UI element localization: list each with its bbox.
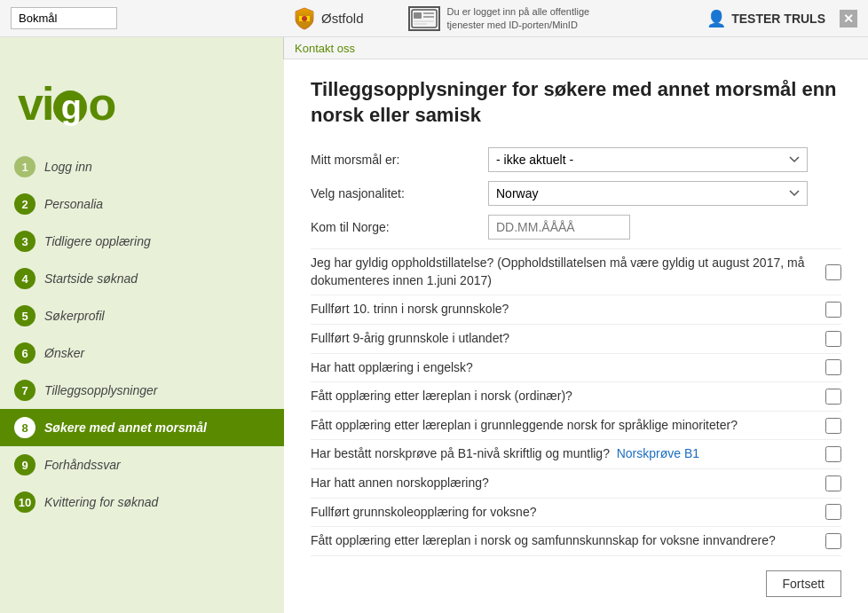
sidebar-item-kvittering[interactable]: 10 Kvittering for søknad: [0, 483, 284, 521]
nasjonalitet-select[interactable]: Norway: [488, 181, 808, 206]
checkbox-section: Jeg har gyldig oppholdstillatelse? (Opph…: [311, 248, 841, 556]
content-area: Tilleggsopplysninger for søkere med anne…: [284, 59, 868, 613]
language-select[interactable]: Bokmål Nynorsk English: [11, 7, 117, 29]
sidebar-item-startside-soknad[interactable]: 4 Startside søknad: [0, 260, 284, 297]
id-icon: [408, 6, 440, 31]
sidebar-item-personalia[interactable]: 2 Personalia: [0, 185, 284, 223]
sidebar: vigo 1 Logg inn 2 Personalia 3 Tidligere…: [0, 59, 284, 613]
morsmaal-label: Mitt morsmål er:: [311, 153, 488, 167]
morsmaal-select[interactable]: - ikke aktuelt -: [488, 147, 808, 172]
checkbox-norskprove[interactable]: [825, 446, 841, 462]
checkbox-oppholdstillatelse[interactable]: [825, 264, 841, 280]
svg-point-0: [302, 16, 307, 21]
sidebar-item-onsker[interactable]: 6 Ønsker: [0, 334, 284, 372]
kom-til-norge-label: Kom til Norge:: [311, 220, 488, 234]
contact-link[interactable]: Kontakt oss: [295, 42, 355, 55]
checkbox-text-engelsk: Har hatt opplæring i engelsk?: [311, 359, 818, 377]
checkbox-text-fullfort-9: Fullført 9-årig grunnskole i utlandet?: [311, 330, 818, 348]
region-name: Østfold: [321, 11, 364, 26]
login-info: Du er logget inn på alle offentlige tjen…: [408, 5, 604, 31]
checkbox-fullfort-10[interactable]: [825, 302, 841, 318]
checkbox-fullfort-9[interactable]: [825, 331, 841, 347]
region-section: Østfold: [295, 7, 364, 30]
morsmaal-row: Mitt morsmål er: - ikke aktuelt -: [311, 147, 841, 172]
continue-button[interactable]: Fortsett: [766, 570, 841, 597]
checkbox-row-grunnskole-voksne: Fullført grunnskoleopplæring for voksne?: [311, 498, 841, 527]
checkbox-row-fullfort-10: Fullført 10. trinn i norsk grunnskole?: [311, 295, 841, 324]
sidebar-item-tilleggsopplysninger[interactable]: 7 Tilleggsopplysninger: [0, 372, 284, 409]
form-section: Mitt morsmål er: - ikke aktuelt - Velg n…: [311, 147, 841, 240]
checkbox-grunnskole-voksne[interactable]: [825, 504, 841, 520]
logo: vigo: [0, 59, 284, 139]
checkbox-row-grunnleggende-norsk: Fått opplæring etter læreplan i grunnleg…: [311, 411, 841, 440]
checkbox-engelsk[interactable]: [825, 359, 841, 375]
nasjonalitet-row: Velg nasjonalitet: Norway: [311, 181, 841, 206]
checkbox-text-norskprove: Har bestått norskprøve på B1-nivå skrift…: [311, 445, 818, 463]
checkbox-text-oppholdstillatelse: Jeg har gyldig oppholdstillatelse? (Opph…: [311, 255, 818, 289]
shield-icon: [295, 7, 314, 30]
checkbox-row-norskprove: Har bestått norskprøve på B1-nivå skrift…: [311, 439, 841, 468]
sidebar-item-sokere-med-annet-morsmaal[interactable]: 8 Søkere med annet morsmål: [0, 409, 284, 446]
checkbox-norsk-ordinaer[interactable]: [825, 389, 841, 405]
user-name: TESTER TRULS: [731, 12, 825, 26]
page-title: Tilleggsopplysninger for søkere med anne…: [311, 77, 841, 128]
svg-rect-2: [414, 12, 422, 19]
norskprove-link[interactable]: Norskprøve B1: [617, 446, 699, 460]
checkbox-row-oppholdstillatelse: Jeg har gyldig oppholdstillatelse? (Opph…: [311, 248, 841, 295]
sidebar-item-logg-inn[interactable]: 1 Logg inn: [0, 148, 284, 185]
checkbox-annen-norsk[interactable]: [825, 475, 841, 491]
checkbox-row-samfunnskunnskap: Fått opplæring etter læreplan i norsk og…: [311, 526, 841, 556]
checkbox-row-engelsk: Har hatt opplæring i engelsk?: [311, 353, 841, 382]
checkbox-samfunnskunnskap[interactable]: [825, 533, 841, 549]
checkbox-row-annen-norsk: Har hatt annen norskopplæring?: [311, 468, 841, 498]
sidebar-item-tidligere-opplaering[interactable]: 3 Tidligere opplæring: [0, 223, 284, 260]
checkbox-text-grunnleggende-norsk: Fått opplæring etter læreplan i grunnleg…: [311, 417, 818, 435]
nav-items: 1 Logg inn 2 Personalia 3 Tidligere oppl…: [0, 139, 284, 530]
sidebar-item-forhandssvar[interactable]: 9 Forhåndssvar: [0, 446, 284, 483]
checkbox-row-fullfort-9: Fullført 9-årig grunnskole i utlandet?: [311, 324, 841, 353]
sidebar-item-sokerprofil[interactable]: 5 Søkerprofil: [0, 297, 284, 334]
checkbox-text-samfunnskunnskap: Fått opplæring etter læreplan i norsk og…: [311, 532, 818, 550]
checkbox-text-fullfort-10: Fullført 10. trinn i norsk grunnskole?: [311, 301, 818, 318]
checkbox-text-grunnskole-voksne: Fullført grunnskoleopplæring for voksne?: [311, 504, 818, 522]
checkbox-row-norsk-ordinaer: Fått opplæring etter læreplan i norsk (o…: [311, 381, 841, 411]
checkbox-text-annen-norsk: Har hatt annen norskopplæring?: [311, 475, 818, 492]
close-button[interactable]: ✕: [840, 10, 857, 28]
kom-til-norge-row: Kom til Norge:: [311, 215, 841, 240]
login-info-text: Du er logget inn på alle offentlige tjen…: [447, 5, 604, 31]
user-section: 👤 TESTER TRULS ✕: [706, 9, 857, 28]
checkbox-grunnleggende-norsk[interactable]: [825, 418, 841, 434]
kom-til-norge-input[interactable]: [488, 215, 630, 240]
user-icon: 👤: [706, 9, 726, 28]
checkbox-text-norsk-ordinaer: Fått opplæring etter læreplan i norsk (o…: [311, 388, 818, 405]
nasjonalitet-label: Velg nasjonalitet:: [311, 186, 488, 200]
